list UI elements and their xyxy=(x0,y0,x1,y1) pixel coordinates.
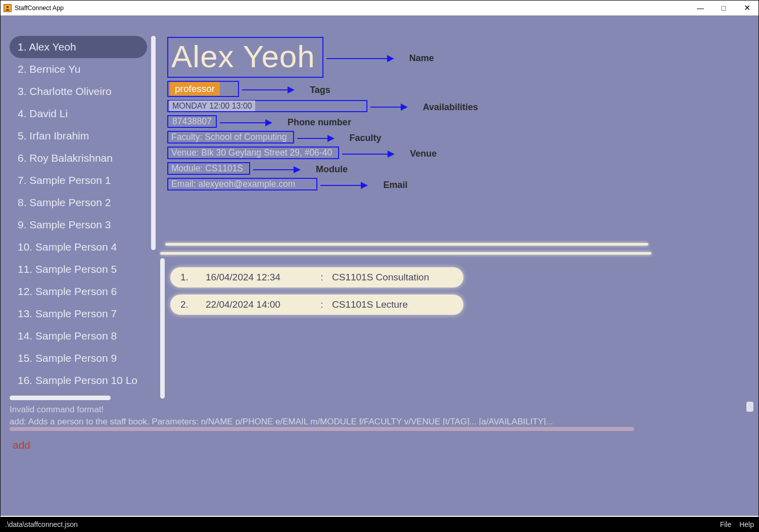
arrow-icon xyxy=(220,119,272,126)
availability-value: MONDAY 12:00 13:00 xyxy=(169,101,255,111)
person-list-vscrollbar[interactable] xyxy=(151,36,156,400)
person-list-item[interactable]: 13. Sample Person 7 xyxy=(10,303,147,325)
person-list-item[interactable]: 11. Sample Person 5 xyxy=(10,258,147,280)
message-vscrollbar[interactable] xyxy=(746,402,753,424)
event-description: CS1101S Lecture xyxy=(332,299,408,310)
faculty-value: Faculty: School of Computing xyxy=(168,131,290,143)
result-message-box: Invalid command format! add: Adds a pers… xyxy=(10,404,654,425)
person-list-item[interactable]: 4. David Li xyxy=(10,103,147,125)
command-input[interactable]: add xyxy=(13,439,30,451)
event-datetime: 16/04/2024 12:34 xyxy=(206,272,312,283)
app-icon xyxy=(4,4,12,12)
maximize-button[interactable]: □ xyxy=(712,1,735,15)
event-description: CS1101S Consultation xyxy=(332,272,429,283)
annotation-email: Email xyxy=(383,180,407,190)
event-index: 1. xyxy=(180,272,206,283)
phone-box: 87438807 xyxy=(167,115,217,128)
arrow-icon xyxy=(242,86,295,93)
arrow-icon xyxy=(253,166,301,173)
annotation-phone: Phone number xyxy=(288,117,351,128)
app-body: 1. Alex Yeoh2. Bernice Yu3. Charlotte Ol… xyxy=(1,16,758,516)
close-button[interactable]: ✕ xyxy=(735,1,758,15)
event-item[interactable]: 2.22/04/2024 14:00:CS1101S Lecture xyxy=(170,295,463,315)
arrow-icon xyxy=(326,55,394,62)
menu-file[interactable]: File xyxy=(720,520,732,528)
event-separator: : xyxy=(312,272,332,283)
person-list-item[interactable]: 14. Sample Person 8 xyxy=(10,325,147,347)
venue-box: Venue: Blk 30 Geylang Street 29, #06-40 xyxy=(167,147,339,159)
event-item[interactable]: 1.16/04/2024 12:34:CS1101S Consultation xyxy=(170,267,463,287)
window-titlebar: StaffConnect App — □ ✕ xyxy=(1,1,758,16)
annotation-availabilities: Availabilities xyxy=(423,102,478,113)
event-datetime: 22/04/2024 14:00 xyxy=(206,299,312,310)
faculty-box: Faculty: School of Computing xyxy=(167,131,294,143)
annotation-tags: Tags xyxy=(310,85,330,95)
person-list-item[interactable]: 16. Sample Person 10 Lo xyxy=(10,369,147,392)
events-list: 1.16/04/2024 12:34:CS1101S Consultation2… xyxy=(170,267,463,322)
arrow-icon xyxy=(342,151,395,158)
minimize-button[interactable]: — xyxy=(689,1,712,15)
message-line-1: Invalid command format! xyxy=(10,404,654,416)
person-list: 1. Alex Yeoh2. Bernice Yu3. Charlotte Ol… xyxy=(10,36,147,396)
venue-value: Venue: Blk 30 Geylang Street 29, #06-40 xyxy=(168,147,335,159)
arrow-icon xyxy=(370,104,408,111)
menu-help[interactable]: Help xyxy=(739,520,754,528)
arrow-icon xyxy=(297,135,335,142)
event-index: 2. xyxy=(180,299,206,310)
email-box: Email: alexyeoh@example.com xyxy=(167,178,317,190)
message-line-2: add: Adds a person to the staff book. Pa… xyxy=(10,416,654,425)
person-list-hscrollbar[interactable] xyxy=(10,396,147,401)
divider-line xyxy=(160,252,651,255)
name-box: Alex Yeoh xyxy=(167,37,323,78)
divider-line xyxy=(165,243,648,246)
data-file-path: .\data\staffconnect.json xyxy=(5,520,712,528)
message-hscrollbar[interactable] xyxy=(10,427,634,431)
person-name: Alex Yeoh xyxy=(168,38,322,77)
person-list-item[interactable]: 12. Sample Person 6 xyxy=(10,280,147,303)
annotation-venue: Venue xyxy=(410,149,437,159)
svg-point-0 xyxy=(7,6,9,8)
availability-box: MONDAY 12:00 13:00 xyxy=(167,100,367,112)
person-list-item[interactable]: 8. Sample Person 2 xyxy=(10,191,147,214)
event-separator: : xyxy=(312,299,332,310)
module-box: Module: CS1101S xyxy=(167,162,250,175)
annotation-name: Name xyxy=(409,53,434,64)
person-list-item[interactable]: 9. Sample Person 3 xyxy=(10,214,147,236)
phone-value: 87438807 xyxy=(169,115,215,127)
person-list-item[interactable]: 3. Charlotte Oliveiro xyxy=(10,80,147,103)
annotation-module: Module xyxy=(316,164,348,175)
window-title: StaffConnect App xyxy=(15,5,64,12)
status-bar: .\data\staffconnect.json File Help xyxy=(0,517,759,532)
person-list-item[interactable]: 7. Sample Person 1 xyxy=(10,169,147,191)
annotation-faculty: Faculty xyxy=(350,133,382,143)
person-detail-panel: Alex Yeoh Name professor Tags MONDAY 12:… xyxy=(167,36,652,192)
module-value: Module: CS1101S xyxy=(168,162,246,174)
events-vscrollbar[interactable] xyxy=(160,258,165,399)
person-list-item[interactable]: 1. Alex Yeoh xyxy=(10,36,147,58)
tags-box: professor xyxy=(167,81,239,97)
arrow-icon xyxy=(320,182,368,189)
person-list-item[interactable]: 15. Sample Person 9 xyxy=(10,347,147,369)
person-list-item[interactable]: 2. Bernice Yu xyxy=(10,58,147,80)
email-value: Email: alexyeoh@example.com xyxy=(168,178,298,190)
person-list-item[interactable]: 5. Irfan Ibrahim xyxy=(10,125,147,147)
tag-professor: professor xyxy=(170,82,220,95)
person-list-item[interactable]: 10. Sample Person 4 xyxy=(10,236,147,258)
person-list-item[interactable]: 6. Roy Balakrishnan xyxy=(10,147,147,169)
